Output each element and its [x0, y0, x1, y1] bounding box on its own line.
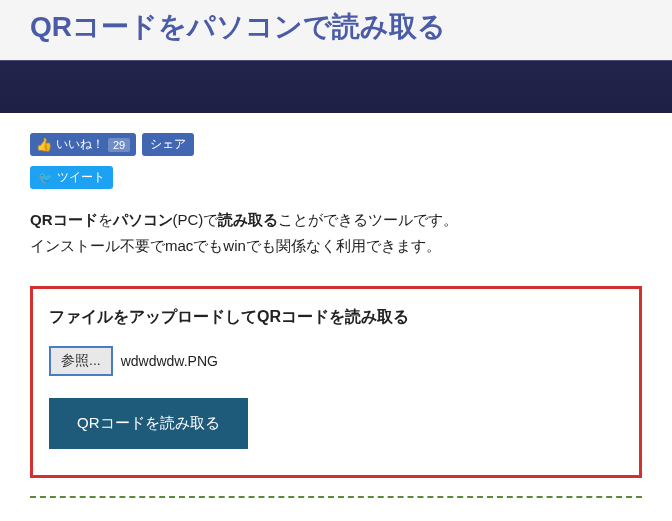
tw-tweet-label: ツイート	[57, 169, 105, 186]
file-input-row: 参照... wdwdwdw.PNG	[49, 346, 623, 376]
main-content: 👍 いいね！ 29 シェア 🐦 ツイート QRコードをパソコン(PC)で読み取る…	[0, 113, 672, 518]
selected-filename: wdwdwdw.PNG	[121, 353, 218, 369]
browse-button[interactable]: 参照...	[49, 346, 113, 376]
desc-text-2: を	[98, 211, 113, 228]
twitter-row: 🐦 ツイート	[30, 166, 642, 189]
header-band	[0, 60, 672, 113]
fb-like-count: 29	[108, 138, 130, 152]
desc-line-2: インストール不要でmacでもwinでも関係なく利用できます。	[30, 237, 441, 254]
read-qr-button[interactable]: QRコードを読み取る	[49, 398, 248, 449]
facebook-row: 👍 いいね！ 29 シェア	[30, 133, 642, 156]
desc-bold-1: QRコード	[30, 211, 98, 228]
upload-title: ファイルをアップロードしてQRコードを読み取る	[49, 307, 623, 328]
desc-bold-5: 読み取る	[218, 211, 278, 228]
desc-bold-3: パソコン	[113, 211, 173, 228]
thumb-up-icon: 👍	[36, 137, 52, 152]
twitter-icon: 🐦	[38, 171, 53, 185]
fb-share-button[interactable]: シェア	[142, 133, 194, 156]
page-title: QRコードをパソコンで読み取る	[0, 0, 672, 60]
fb-like-button[interactable]: 👍 いいね！ 29	[30, 133, 136, 156]
tw-tweet-button[interactable]: 🐦 ツイート	[30, 166, 113, 189]
fb-like-label: いいね！	[56, 136, 104, 153]
description-text: QRコードをパソコン(PC)で読み取ることができるツールです。 インストール不要…	[30, 207, 642, 258]
upload-box: ファイルをアップロードしてQRコードを読み取る 参照... wdwdwdw.PN…	[30, 286, 642, 478]
divider-dashed	[30, 496, 642, 498]
desc-text-4: (PC)で	[173, 211, 219, 228]
desc-text-6: ことができるツールです。	[278, 211, 458, 228]
